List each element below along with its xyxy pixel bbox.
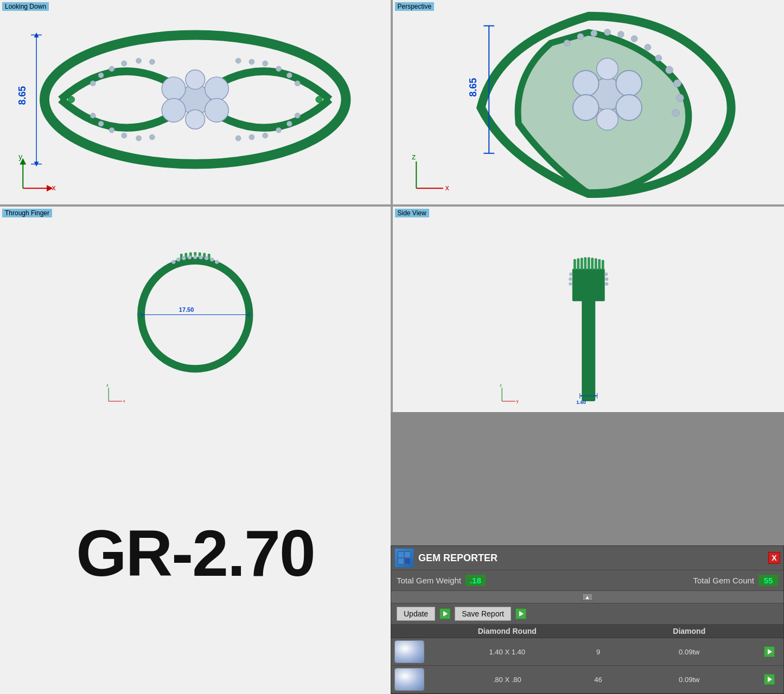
- svg-point-16: [90, 113, 95, 118]
- svg-point-54: [631, 35, 638, 42]
- svg-point-52: [604, 29, 610, 36]
- svg-point-50: [577, 34, 583, 40]
- gem-row2-arrow[interactable]: [764, 674, 775, 685]
- svg-point-22: [235, 58, 241, 63]
- svg-point-15: [149, 59, 155, 65]
- gem-size-1: 1.40 X 1.40: [432, 648, 582, 656]
- scroll-up-button[interactable]: ▲: [582, 593, 593, 601]
- svg-point-21: [149, 134, 155, 140]
- svg-point-8: [68, 97, 75, 103]
- action-buttons: Update Save Report: [391, 603, 783, 625]
- gem-weight-1: 0.09tw: [615, 648, 764, 656]
- svg-point-77: [171, 260, 175, 264]
- svg-point-111: [605, 278, 608, 281]
- update-label: Update: [404, 609, 428, 618]
- svg-rect-105: [598, 259, 600, 270]
- svg-point-55: [644, 44, 651, 50]
- svg-rect-101: [584, 258, 586, 270]
- gr-label: GR-2.70: [76, 516, 315, 590]
- cad-view-bottom-left: 17.50 x z: [0, 207, 391, 412]
- gr-label-area: GR-2.70: [0, 412, 391, 694]
- svg-point-11: [98, 73, 104, 78]
- svg-rect-102: [588, 258, 590, 270]
- gem-thumbnail-1: [394, 640, 424, 663]
- svg-point-81: [193, 255, 197, 259]
- svg-point-44: [616, 70, 642, 97]
- svg-point-56: [655, 55, 661, 61]
- svg-point-31: [276, 127, 282, 133]
- cad-view-top-right: 8.65 x z: [393, 0, 785, 204]
- svg-rect-127: [405, 558, 410, 564]
- svg-point-110: [604, 273, 608, 276]
- svg-point-84: [210, 258, 214, 261]
- svg-rect-106: [602, 260, 604, 270]
- svg-text:x: x: [52, 183, 56, 192]
- play-icon: [443, 611, 448, 616]
- svg-point-48: [596, 108, 618, 130]
- svg-rect-125: [405, 552, 410, 557]
- gem-thumbnail-2: [394, 668, 424, 691]
- svg-text:y: y: [18, 152, 22, 161]
- svg-text:z: z: [412, 152, 416, 161]
- svg-point-82: [199, 255, 203, 259]
- col-name: Diamond Round: [432, 627, 582, 635]
- bottom-section: GR-2.70 GEM REPORTER X: [0, 412, 784, 694]
- viewport-bottom-right[interactable]: Side View: [393, 207, 785, 412]
- svg-point-12: [109, 66, 114, 72]
- svg-rect-96: [582, 299, 595, 402]
- svg-point-57: [665, 66, 673, 74]
- gem-weight-2: 0.09tw: [615, 676, 764, 684]
- total-weight-value: .18: [466, 575, 486, 586]
- viewport-bottom-left[interactable]: Through Finger: [0, 207, 392, 412]
- svg-point-9: [316, 97, 322, 103]
- svg-rect-126: [398, 558, 404, 564]
- viewport-label-top-left: Looking Down: [2, 2, 49, 11]
- row2-arrow-icon: [768, 677, 772, 682]
- svg-point-3: [205, 77, 229, 101]
- update-button[interactable]: Update: [397, 607, 435, 621]
- gem-row1-arrow[interactable]: [764, 646, 775, 657]
- right-panel: GEM REPORTER X Total Gem Weight .18 Tota…: [391, 412, 784, 694]
- svg-point-58: [673, 80, 681, 87]
- svg-point-85: [215, 260, 219, 264]
- viewport-grid: Looking Down: [0, 0, 784, 412]
- svg-marker-116: [579, 395, 582, 397]
- viewport-label-bottom-left: Through Finger: [2, 209, 52, 217]
- gem-reporter-panel: GEM REPORTER X Total Gem Weight .18 Tota…: [391, 545, 784, 694]
- svg-text:x: x: [445, 183, 449, 192]
- viewport-top-right[interactable]: Perspective: [393, 0, 785, 205]
- gem-reporter-title: GEM REPORTER: [418, 552, 768, 564]
- save-report-label: Save Report: [462, 609, 504, 618]
- save-report-play-button[interactable]: [515, 608, 526, 619]
- svg-text:x: x: [123, 399, 125, 403]
- viewport-top-left[interactable]: Looking Down: [0, 0, 392, 205]
- svg-text:z: z: [500, 383, 502, 387]
- svg-point-43: [572, 70, 598, 97]
- gem-count-2: 46: [582, 676, 615, 684]
- svg-point-10: [90, 81, 95, 86]
- svg-point-14: [136, 58, 142, 63]
- svg-point-29: [249, 134, 254, 140]
- close-button[interactable]: X: [768, 552, 780, 564]
- gem-reporter-header: GEM REPORTER X: [391, 546, 783, 570]
- svg-point-13: [122, 61, 127, 66]
- svg-point-60: [672, 109, 679, 117]
- svg-point-109: [569, 282, 572, 286]
- svg-point-5: [205, 99, 229, 123]
- svg-text:17.50: 17.50: [179, 306, 194, 313]
- svg-point-51: [590, 30, 597, 37]
- svg-point-24: [263, 61, 268, 66]
- gem-size-2: .80 X .80: [432, 676, 582, 684]
- update-play-button[interactable]: [439, 608, 450, 619]
- svg-point-107: [569, 273, 572, 276]
- gem-table-header: Diamond Round Diamond: [391, 625, 783, 638]
- svg-rect-100: [581, 258, 583, 270]
- gem-table-row: 1.40 X 1.40 9 0.09tw: [391, 638, 783, 666]
- svg-rect-98: [573, 259, 576, 270]
- viewport-label-bottom-right: Side View: [395, 209, 429, 217]
- col-diamond: Diamond: [615, 627, 764, 635]
- cad-view-top-left: 8.65 x y: [0, 0, 391, 204]
- total-count-value: 55: [758, 575, 778, 586]
- save-report-button[interactable]: Save Report: [455, 607, 511, 621]
- svg-rect-103: [591, 258, 593, 270]
